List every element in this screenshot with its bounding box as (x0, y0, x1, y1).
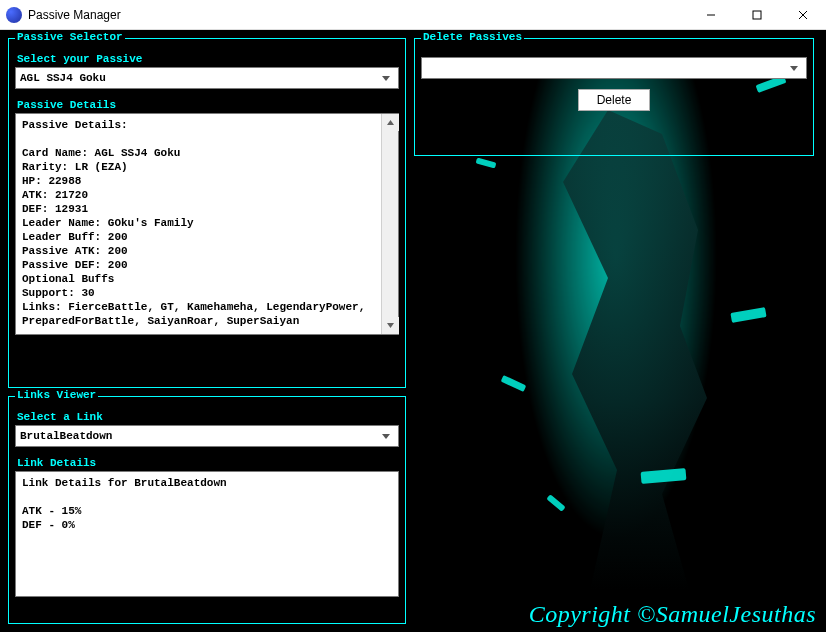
copyright-text: Copyright ©SamuelJesuthas (529, 601, 816, 628)
select-link-value: BrutalBeatdown (20, 430, 378, 442)
links-viewer-group: Links Viewer Select a Link BrutalBeatdow… (8, 396, 406, 624)
passive-details-text: Passive Details: Card Name: AGL SSJ4 Gok… (16, 114, 398, 346)
delete-button[interactable]: Delete (578, 89, 651, 111)
links-viewer-legend: Links Viewer (15, 389, 98, 401)
link-details-title: Link Details (17, 457, 399, 469)
window-minimize-button[interactable] (688, 0, 734, 30)
svg-marker-4 (382, 76, 390, 81)
select-passive-combo[interactable]: AGL SSJ4 Goku (15, 67, 399, 89)
select-link-label: Select a Link (17, 411, 399, 423)
svg-marker-6 (387, 323, 394, 328)
passive-selector-legend: Passive Selector (15, 31, 125, 43)
scroll-up-icon[interactable] (382, 114, 399, 131)
app-body: Passive Selector Select your Passive AGL… (0, 30, 826, 632)
content-area: Passive Selector Select your Passive AGL… (0, 30, 826, 632)
window-controls (688, 0, 826, 29)
link-details-pane[interactable]: Link Details for BrutalBeatdown ATK - 15… (15, 471, 399, 597)
window-maximize-button[interactable] (734, 0, 780, 30)
svg-marker-7 (382, 434, 390, 439)
window-titlebar: Passive Manager (0, 0, 826, 30)
passive-details-scrollbar[interactable] (381, 114, 398, 334)
delete-passives-group: Delete Passives Delete (414, 38, 814, 156)
app-icon (6, 7, 22, 23)
passive-selector-group: Passive Selector Select your Passive AGL… (8, 38, 406, 388)
delete-button-row: Delete (421, 89, 807, 111)
chevron-down-icon (786, 66, 802, 71)
scroll-down-icon[interactable] (382, 317, 399, 334)
chevron-down-icon (378, 76, 394, 81)
select-passive-label: Select your Passive (17, 53, 399, 65)
delete-passives-legend: Delete Passives (421, 31, 524, 43)
select-passive-value: AGL SSJ4 Goku (20, 72, 378, 84)
svg-rect-1 (753, 11, 761, 19)
window-title: Passive Manager (28, 8, 688, 22)
svg-marker-5 (387, 120, 394, 125)
link-details-text: Link Details for BrutalBeatdown ATK - 15… (16, 472, 398, 536)
delete-passive-combo[interactable] (421, 57, 807, 79)
chevron-down-icon (378, 434, 394, 439)
window-close-button[interactable] (780, 0, 826, 30)
passive-details-title: Passive Details (17, 99, 399, 111)
svg-marker-8 (790, 66, 798, 71)
select-link-combo[interactable]: BrutalBeatdown (15, 425, 399, 447)
passive-details-pane[interactable]: Passive Details: Card Name: AGL SSJ4 Gok… (15, 113, 399, 335)
